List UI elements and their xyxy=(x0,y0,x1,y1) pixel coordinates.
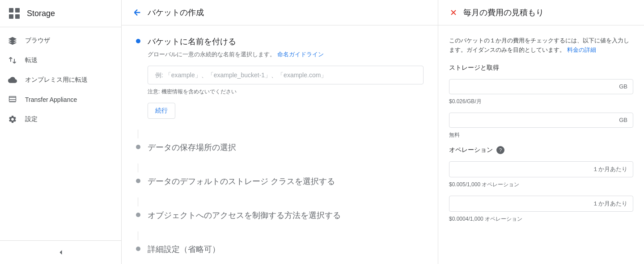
step-storage-class: データのデフォルトのストレージ クラスを選択する xyxy=(136,176,424,187)
step-bullet-location xyxy=(136,145,140,149)
continue-button[interactable]: 続行 xyxy=(148,103,175,119)
step-title-location: データの保存場所の選択 xyxy=(148,142,424,153)
right-panel-body: このバケットの１か月の費用をチェックするには、以下に値を入力します。ガイダンスの… xyxy=(438,25,644,264)
step-advanced: 詳細設定（省略可） xyxy=(136,244,424,255)
class-a-operations-row: １か月あたり xyxy=(449,161,633,177)
step-bullet-storage-class xyxy=(136,179,140,183)
app-icon xyxy=(7,6,21,21)
data-retrieval-row: GB xyxy=(449,113,633,128)
naming-guidelines-link[interactable]: 命名ガイドライン xyxy=(277,51,324,58)
app-title: Storage xyxy=(27,9,55,18)
sidebar-header: Storage xyxy=(0,0,121,27)
close-button[interactable] xyxy=(449,8,458,17)
step-description-name: グローバルに一意の永続的な名前を選択します。 命名ガイドライン xyxy=(148,50,424,59)
bucket-name-input-container xyxy=(148,66,424,84)
panel-description: このバケットの１か月の費用をチェックするには、以下に値を入力します。ガイダンスの… xyxy=(449,36,633,55)
sidebar-item-browser[interactable]: ブラウザ xyxy=(0,31,118,50)
sidebar: Storage ブラウザ 転送 xyxy=(0,0,122,264)
step-title-storage-class: データのデフォルトのストレージ クラスを選択する xyxy=(148,176,424,187)
step-bullet-active xyxy=(136,39,140,43)
svg-rect-5 xyxy=(9,99,16,100)
step-divider-2 xyxy=(138,163,138,172)
storage-size-unit: GB xyxy=(619,83,627,90)
step-content-location: データの保存場所の選択 xyxy=(148,142,424,153)
svg-rect-0 xyxy=(9,8,13,13)
sidebar-item-on-premises[interactable]: オンプレミス用に転送 xyxy=(0,70,118,90)
layers-icon xyxy=(7,35,18,46)
right-panel: 毎月の費用の見積もり このバケットの１か月の費用をチェックするには、以下に値を入… xyxy=(438,0,644,264)
storage-size-input[interactable] xyxy=(455,83,615,90)
right-panel-title: 毎月の費用の見積もり xyxy=(463,7,544,18)
storage-section-title: ストレージと取得 xyxy=(449,64,633,72)
class-b-subtext: $0.0004/1,000 オペレーション xyxy=(449,215,633,223)
data-retrieval-unit: GB xyxy=(619,117,627,123)
class-a-subtext: $0.005/1,000 オペレーション xyxy=(449,181,633,189)
class-b-input[interactable] xyxy=(455,200,589,207)
sidebar-item-label: ブラウザ xyxy=(25,37,50,45)
bucket-name-input[interactable] xyxy=(155,71,416,79)
class-a-unit: １か月あたり xyxy=(593,165,627,173)
help-icon[interactable]: ? xyxy=(496,146,504,154)
step-divider-4 xyxy=(138,231,138,240)
operations-section-title: オペレーション xyxy=(449,146,493,154)
sidebar-footer xyxy=(0,240,121,264)
main-body: バケットに名前を付ける グローバルに一意の永続的な名前を選択します。 命名ガイド… xyxy=(122,25,438,264)
sidebar-item-transfer[interactable]: 転送 xyxy=(0,50,118,70)
svg-rect-2 xyxy=(9,14,13,19)
step-name: バケットに名前を付ける グローバルに一意の永続的な名前を選択します。 命名ガイド… xyxy=(136,36,424,119)
step-content-access: オブジェクトへのアクセスを制御する方法を選択する xyxy=(148,210,424,221)
step-access: オブジェクトへのアクセスを制御する方法を選択する xyxy=(136,210,424,221)
storage-size-subtext: $0.026/GB/月 xyxy=(449,98,633,105)
sidebar-item-label: 転送 xyxy=(25,56,38,64)
class-b-operations-row: １か月あたり xyxy=(449,196,633,212)
class-a-input[interactable] xyxy=(455,166,589,173)
cloud-icon xyxy=(7,75,18,85)
storage-size-row: GB xyxy=(449,79,633,94)
sidebar-item-settings[interactable]: 設定 xyxy=(0,109,118,129)
svg-rect-1 xyxy=(15,8,20,13)
svg-rect-4 xyxy=(9,97,16,98)
list-icon xyxy=(7,94,18,105)
svg-rect-3 xyxy=(15,14,20,19)
sidebar-item-label: Transfer Appliance xyxy=(25,96,77,103)
data-retrieval-subtext: 無料 xyxy=(449,131,633,139)
sidebar-collapse-button[interactable] xyxy=(7,244,114,260)
step-divider-1 xyxy=(138,130,138,138)
step-title-advanced: 詳細設定（省略可） xyxy=(148,244,424,255)
step-location: データの保存場所の選択 xyxy=(136,142,424,153)
page-title: バケットの作成 xyxy=(148,7,204,18)
settings-icon xyxy=(7,114,18,125)
step-content-name: バケットに名前を付ける グローバルに一意の永続的な名前を選択します。 命名ガイド… xyxy=(148,36,424,119)
step-title-access: オブジェクトへのアクセスを制御する方法を選択する xyxy=(148,210,424,221)
data-retrieval-input[interactable] xyxy=(455,117,615,124)
sidebar-nav: ブラウザ 転送 オンプレミス用に転送 xyxy=(0,27,121,240)
transfer-icon xyxy=(7,55,18,66)
step-content-storage-class: データのデフォルトのストレージ クラスを選択する xyxy=(148,176,424,187)
step-note: 注意: 機密情報を含めないでください xyxy=(148,88,424,96)
step-bullet-advanced xyxy=(136,247,140,251)
step-title-name: バケットに名前を付ける xyxy=(148,36,424,47)
step-content-advanced: 詳細設定（省略可） xyxy=(148,244,424,255)
right-panel-header: 毎月の費用の見積もり xyxy=(438,0,644,25)
step-divider-3 xyxy=(138,197,138,206)
main-content: バケットの作成 バケットに名前を付ける グローバルに一意の永続的な名前を選択しま… xyxy=(122,0,438,264)
back-button[interactable] xyxy=(132,8,142,17)
pricing-link[interactable]: 料金の詳細 xyxy=(567,46,596,53)
operations-section-row: オペレーション ? xyxy=(449,146,633,154)
class-b-unit: １か月あたり xyxy=(593,200,627,208)
sidebar-item-transfer-appliance[interactable]: Transfer Appliance xyxy=(0,90,118,109)
sidebar-item-label: 設定 xyxy=(25,115,38,123)
main-header: バケットの作成 xyxy=(122,0,438,25)
sidebar-item-label: オンプレミス用に転送 xyxy=(25,76,88,84)
step-bullet-access xyxy=(136,213,140,217)
